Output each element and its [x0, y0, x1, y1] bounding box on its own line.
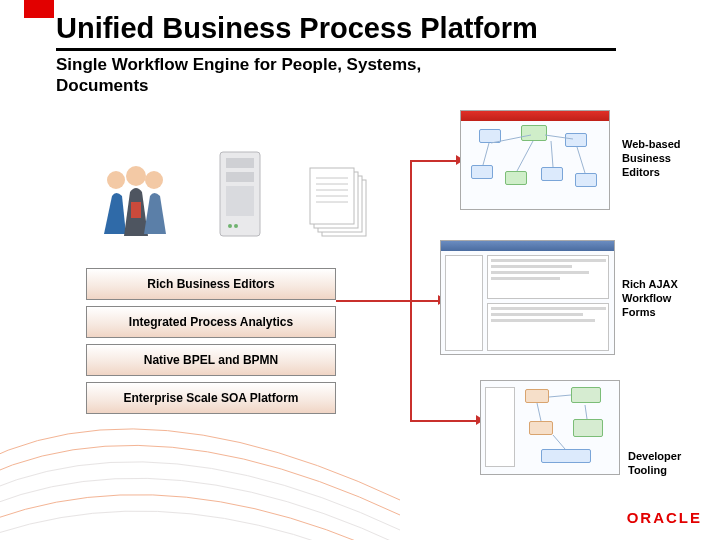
svg-point-8 — [228, 224, 232, 228]
slide-title: Unified Business Process Platform — [56, 12, 538, 45]
label-dev-tooling: Developer Tooling — [628, 450, 708, 478]
svg-point-1 — [126, 166, 146, 186]
svg-rect-6 — [226, 172, 254, 182]
screenshot-dev-tooling — [480, 380, 620, 475]
screenshot-ajax-forms — [440, 240, 615, 355]
concept-icons-row — [96, 150, 378, 240]
screenshot-web-editors — [460, 110, 610, 210]
svg-rect-7 — [226, 186, 254, 216]
slide-subtitle: Single Workflow Engine for People, Syste… — [56, 54, 486, 97]
stack-layer-editors: Rich Business Editors — [86, 268, 336, 300]
documents-icon — [306, 160, 378, 240]
svg-rect-5 — [226, 158, 254, 168]
svg-point-9 — [234, 224, 238, 228]
svg-rect-3 — [131, 202, 141, 218]
server-icon — [214, 150, 266, 240]
stack-layer-soa: Enterprise Scale SOA Platform — [86, 382, 336, 414]
label-ajax-forms: Rich AJAX Workflow Forms — [622, 278, 702, 319]
title-underline — [56, 48, 616, 51]
stack-layer-analytics: Integrated Process Analytics — [86, 306, 336, 338]
label-web-editors: Web-based Business Editors — [622, 138, 702, 179]
connector-bottom — [410, 420, 478, 422]
connector-top — [410, 160, 458, 162]
svg-point-0 — [107, 171, 125, 189]
stack-layer-bpel-bpmn: Native BPEL and BPMN — [86, 344, 336, 376]
oracle-logo: ORACLE — [627, 509, 702, 526]
connector-vertical — [410, 160, 412, 420]
svg-point-2 — [145, 171, 163, 189]
connector-mid-right — [410, 300, 440, 302]
people-icon — [96, 162, 174, 240]
platform-stack: Rich Business Editors Integrated Process… — [86, 268, 336, 420]
slide-corner-accent — [24, 0, 54, 18]
